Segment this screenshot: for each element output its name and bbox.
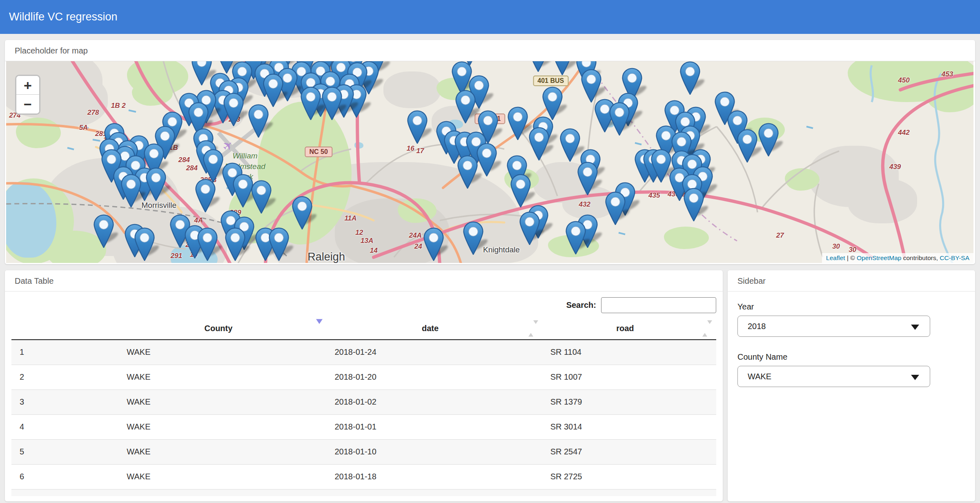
exit-number-label: 278 bbox=[87, 109, 99, 117]
cell-county: WAKE bbox=[118, 414, 326, 439]
exit-number-label: 11A bbox=[344, 214, 356, 223]
cell-county: WAKE bbox=[118, 464, 326, 489]
cell-county: WAKE bbox=[118, 340, 326, 365]
table-search-row: Search: bbox=[11, 297, 716, 314]
row-number: 4 bbox=[11, 414, 118, 439]
cell-road: SR 1007 bbox=[542, 365, 716, 389]
exit-number-label: 432 bbox=[579, 200, 590, 209]
year-value: 2018 bbox=[748, 322, 766, 331]
row-number: 5 bbox=[11, 439, 118, 464]
road-shield-label: NC 50 bbox=[305, 147, 332, 157]
exit-number-label: 16 bbox=[407, 145, 414, 153]
sidebar-title: Sidebar bbox=[728, 270, 975, 292]
zoom-in-button[interactable]: + bbox=[16, 76, 39, 95]
exit-number-label: 14 bbox=[370, 247, 378, 255]
row-number: 2 bbox=[11, 365, 118, 389]
search-label: Search: bbox=[566, 300, 596, 309]
map-attribution: Leaflet | © OpenStreetMap contributors, … bbox=[822, 253, 973, 263]
exit-number-label: 291 bbox=[171, 252, 182, 260]
cell-road: SR 2547 bbox=[542, 439, 716, 464]
cell-date: 2018-01-24 bbox=[327, 340, 542, 365]
table-row[interactable]: 2WAKE2018-01-20SR 1007 bbox=[11, 365, 716, 389]
county-value: WAKE bbox=[748, 372, 771, 381]
column-header-rownames bbox=[11, 318, 118, 340]
zoom-out-button[interactable]: − bbox=[16, 95, 39, 114]
table-row[interactable]: 6WAKE2018-01-18SR 2725 bbox=[11, 464, 716, 489]
city-label: Morrisville bbox=[142, 201, 177, 210]
county-label: County Name bbox=[737, 352, 965, 362]
sort-both-icon bbox=[702, 324, 707, 336]
cell-date: 2018-01-20 bbox=[327, 365, 542, 389]
column-header-date[interactable]: date bbox=[327, 318, 542, 340]
app-title: Wildlife VC regression bbox=[0, 0, 980, 34]
leaflet-link[interactable]: Leaflet bbox=[826, 254, 845, 261]
exit-number-label: 442 bbox=[898, 129, 909, 137]
sidebar-panel: Sidebar Year 2018 County Name WAKE bbox=[728, 270, 975, 501]
chevron-down-icon bbox=[911, 375, 919, 380]
cell-road: SR 1104 bbox=[542, 340, 716, 365]
year-select[interactable]: 2018 bbox=[737, 316, 930, 337]
cell-county: WAKE bbox=[118, 439, 326, 464]
exit-number-label: 4A bbox=[194, 216, 203, 225]
exit-number-label: 30 bbox=[849, 246, 856, 254]
cell-county: WAKE bbox=[118, 389, 326, 414]
cell-road: SR 1379 bbox=[542, 389, 716, 414]
city-label: Raleigh bbox=[307, 251, 345, 263]
exit-number-label: 439 bbox=[889, 163, 901, 171]
exit-number-label: 435 bbox=[648, 191, 660, 200]
exit-number-label: 24 bbox=[414, 243, 422, 251]
table-row[interactable]: 5WAKE2018-01-10SR 2547 bbox=[11, 439, 716, 464]
cell-date: 2018-01-18 bbox=[327, 464, 542, 489]
column-header-road[interactable]: road bbox=[542, 318, 716, 340]
cell-date: 2018-01-10 bbox=[327, 439, 542, 464]
table-row[interactable]: 1WAKE2018-01-24SR 1104 bbox=[11, 340, 716, 365]
exit-number-label: 13A bbox=[361, 237, 373, 245]
exit-number-label: 17 bbox=[416, 147, 424, 155]
table-row[interactable]: 4WAKE2018-01-01SR 3014 bbox=[11, 414, 716, 439]
road-shield-label: 401 BUS bbox=[533, 76, 568, 86]
column-header-county[interactable]: County bbox=[118, 318, 326, 340]
table-row[interactable]: 3WAKE2018-01-02SR 1379 bbox=[11, 389, 716, 414]
exit-number-label: 453 bbox=[942, 70, 953, 78]
exit-number-label: 5A bbox=[79, 124, 88, 132]
data-table-title: Data Table bbox=[5, 270, 723, 292]
row-number: 1 bbox=[11, 340, 118, 365]
cell-date: 2018-01-01 bbox=[327, 414, 542, 439]
data-table-panel: Data Table Search: County date bbox=[5, 270, 723, 501]
row-number: 6 bbox=[11, 464, 118, 489]
exit-number-label: 30 bbox=[832, 243, 840, 251]
county-select[interactable]: WAKE bbox=[737, 366, 930, 387]
license-link[interactable]: CC-BY-SA bbox=[940, 254, 969, 261]
openstreetmap-link[interactable]: OpenStreetMap bbox=[857, 254, 901, 261]
sort-desc-icon bbox=[316, 319, 323, 333]
map-panel: Placeholder for map bbox=[5, 40, 975, 264]
year-label: Year bbox=[737, 302, 965, 312]
exit-number-label: 12 bbox=[355, 229, 363, 237]
exit-number-label: 450 bbox=[898, 76, 909, 85]
cell-county: WAKE bbox=[118, 365, 326, 389]
city-label: Knightdale bbox=[483, 245, 520, 254]
exit-number-label: 284 bbox=[178, 156, 190, 164]
map-panel-title: Placeholder for map bbox=[5, 40, 975, 61]
leaflet-map[interactable]: 2742785A2811B 218-A1B284284285B2932894A3… bbox=[6, 61, 973, 263]
search-input[interactable] bbox=[601, 297, 716, 313]
partial-table-row bbox=[11, 490, 716, 496]
attribution-text: | © bbox=[845, 254, 857, 261]
data-table: County date road 1WAKE2018-01-24SR 11042… bbox=[11, 318, 716, 490]
cell-road: SR 2725 bbox=[542, 464, 716, 489]
exit-number-label: 27 bbox=[776, 231, 784, 240]
chevron-down-icon bbox=[911, 325, 919, 330]
app-header: Wildlife VC regression bbox=[0, 0, 980, 34]
attribution-text: contributors, bbox=[901, 254, 940, 261]
sort-both-icon bbox=[528, 324, 533, 336]
map-zoom-control: + − bbox=[15, 75, 40, 115]
row-number: 3 bbox=[11, 389, 118, 414]
exit-number-label: 24A bbox=[409, 231, 421, 240]
cell-road: SR 3014 bbox=[542, 414, 716, 439]
cell-date: 2018-01-02 bbox=[327, 389, 542, 414]
exit-number-label: 1B 2 bbox=[111, 102, 126, 110]
